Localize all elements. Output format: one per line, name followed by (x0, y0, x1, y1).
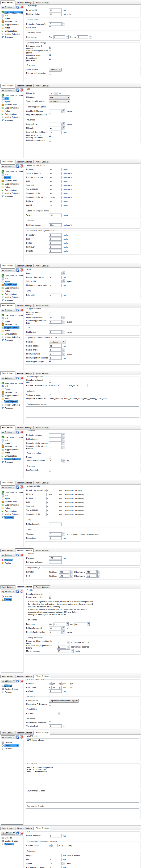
tab-printer-settings[interactable]: Printer Settings (34, 84, 50, 87)
sidebar-item-multiple-extruders[interactable]: Multiple Extruders (1, 335, 23, 339)
sidebar-item-multiple-extruders[interactable]: Multiple Extruders (1, 32, 23, 36)
sidebar-item-support-material[interactable]: Support material (1, 286, 23, 289)
sidebar-item-speed[interactable]: Speed (1, 388, 23, 391)
spin-down-button[interactable] (62, 443, 65, 445)
tab-print-settings[interactable]: Print Settings (0, 84, 15, 88)
sidebar-item-support-material[interactable]: Support material (1, 326, 23, 329)
raft-layers-input[interactable] (49, 330, 62, 334)
preset-select[interactable]: My Settings (1, 831, 16, 835)
preset-select[interactable]: My Settings (1, 88, 16, 92)
extra-length-on-restart-input[interactable] (49, 866, 62, 868)
sidebar-item-filament[interactable]: Filament (1, 558, 23, 562)
solid-layers-input[interactable] (77, 35, 88, 39)
sidebar-item-general[interactable]: General (1, 836, 23, 839)
support-material-interface-extruder-input[interactable] (49, 446, 62, 449)
seam-position-select[interactable]: Random (49, 68, 62, 71)
sidebar-item-advanced[interactable]: Advanced (1, 406, 23, 409)
support-material-input[interactable] (46, 513, 58, 516)
delete-preset-button[interactable] (20, 430, 23, 434)
only-infill-where-needed-checkbox[interactable] (49, 114, 51, 116)
sidebar-item-extruder-1[interactable]: Extruder 1 (1, 747, 23, 750)
sidebar-item-notes[interactable]: Notes (1, 329, 23, 332)
default-input[interactable] (49, 249, 62, 253)
save-preset-button[interactable] (16, 88, 20, 92)
spin-up-button[interactable] (71, 649, 74, 651)
tab-printer-settings[interactable]: Printer Settings (34, 426, 50, 429)
fill-density-input[interactable] (49, 92, 55, 95)
end-g-code-textarea[interactable]: M104 S0 ; turn off temperature G28 X0 ; … (26, 766, 139, 787)
temperature-variation-input[interactable] (49, 459, 62, 462)
small-perimeters-input[interactable] (49, 172, 62, 175)
infill-input[interactable] (49, 237, 62, 241)
save-preset-button[interactable] (16, 735, 20, 739)
sidebar-item-infill[interactable]: Infill (1, 317, 23, 320)
tab-print-settings[interactable]: Print Settings (0, 371, 15, 375)
sidebar-item-cooling[interactable]: Cooling (1, 562, 23, 565)
save-preset-button[interactable] (16, 268, 20, 272)
delete-preset-button[interactable] (20, 831, 23, 835)
extruder-input[interactable] (59, 570, 69, 574)
tab-printer-settings[interactable]: Printer Settings (34, 549, 50, 552)
perimeters-input[interactable] (49, 168, 62, 171)
preset-select[interactable]: My Settings (1, 268, 16, 272)
tab-printer-settings[interactable]: Printer Settings (34, 1, 50, 4)
combo-dropdown-button[interactable] (55, 92, 57, 95)
tab-print-settings[interactable]: Print Settings (0, 675, 15, 678)
spin-up-button[interactable] (97, 570, 100, 572)
spin-up-button[interactable] (67, 645, 69, 647)
sidebar-item-skirt-and-brim[interactable]: Skirt and brim (1, 20, 23, 23)
sidebar-item-support-material[interactable]: Support material (1, 23, 23, 26)
delete-preset-button[interactable] (20, 308, 23, 312)
spin-down-button[interactable] (62, 322, 65, 324)
post-processing-scripts-textarea[interactable] (26, 406, 139, 417)
spin-up-button[interactable] (66, 35, 68, 37)
distance-from-object-input[interactable] (49, 276, 62, 279)
sidebar-item-general[interactable]: General (1, 684, 23, 687)
sidebar-item-multiple-extruders[interactable]: Multiple Extruders (1, 513, 23, 516)
tab-printer-settings[interactable]: Printer Settings (34, 731, 50, 735)
default-extrusion-width-input[interactable] (46, 489, 58, 492)
solid-layers-input[interactable] (54, 35, 65, 39)
spin-up-button[interactable] (62, 441, 65, 443)
preset-select[interactable]: My Settings (1, 5, 16, 9)
sidebar-item-skirt-and-brim[interactable]: Skirt and brim (1, 323, 23, 326)
sidebar-item-support-material[interactable]: Support material (1, 503, 23, 506)
delete-preset-button[interactable] (20, 553, 23, 557)
tab-print-settings[interactable]: Print Settings (0, 731, 15, 734)
spin-up-button[interactable] (62, 446, 65, 447)
tab-filament-settings[interactable]: Filament Settings (15, 1, 33, 4)
spin-down-button[interactable] (66, 37, 68, 39)
bridges-fan-speed-input[interactable] (49, 626, 62, 630)
speed-input[interactable] (49, 862, 62, 865)
sidebar-item-custom-g-code[interactable]: Custom G-code (1, 687, 23, 690)
spin-down-button[interactable] (62, 350, 65, 352)
verbose-g-code-checkbox[interactable] (49, 394, 51, 396)
sidebar-item-skirt-and-brim[interactable]: Skirt and brim (1, 179, 23, 182)
perimeters-input[interactable] (46, 497, 58, 500)
sidebar-item-infill[interactable]: Infill (1, 173, 23, 176)
bridge-flow-ratio-input[interactable] (49, 523, 62, 526)
tab-filament-settings[interactable]: Filament Settings (15, 675, 33, 678)
spin-down-button[interactable] (62, 24, 65, 26)
sidebar-item-speed[interactable]: Speed (1, 280, 23, 283)
use-relative-e-distances-checkbox[interactable] (49, 703, 51, 706)
sidebar-item-filament[interactable]: Filament (1, 595, 23, 598)
tab-printer-settings[interactable]: Printer Settings (34, 264, 50, 267)
delete-preset-button[interactable] (20, 164, 23, 168)
save-preset-button[interactable] (16, 831, 20, 835)
tab-printer-settings[interactable]: Printer Settings (34, 372, 50, 375)
tab-print-settings[interactable]: Print Settings (0, 827, 15, 830)
preset-select[interactable]: My Settings (1, 308, 16, 312)
sidebar-item-skirt-and-brim[interactable]: Skirt and brim (1, 445, 23, 448)
sidebar-item-support-material[interactable]: Support material (1, 106, 23, 110)
sidebar-item-multiple-extruders[interactable]: Multiple Extruders (1, 192, 23, 195)
sidebar-item-multiple-extruders[interactable]: Multiple Extruders (1, 296, 23, 299)
spin-down-button[interactable] (67, 643, 69, 644)
fan-speed-input[interactable] (54, 623, 65, 626)
spin-up-button[interactable] (62, 532, 65, 534)
spin-up-button[interactable] (70, 574, 73, 576)
spin-up-button[interactable] (62, 320, 65, 322)
diameter-input[interactable] (49, 556, 62, 560)
z-offset-input[interactable] (49, 689, 62, 693)
solid-infill-every-input[interactable] (49, 123, 62, 126)
